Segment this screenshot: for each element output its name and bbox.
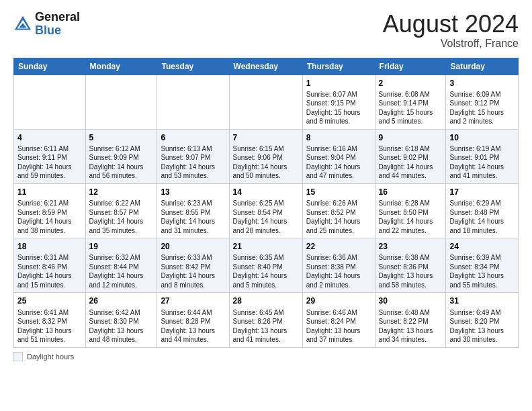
day-number: 3: [449, 78, 515, 89]
calendar-table: SundayMondayTuesdayWednesdayThursdayFrid…: [13, 58, 519, 348]
calendar-week-row: 4Sunrise: 6:11 AM Sunset: 9:11 PM Daylig…: [14, 129, 519, 183]
day-info: Sunrise: 6:44 AM Sunset: 8:28 PM Dayligh…: [161, 308, 225, 345]
day-info: Sunrise: 6:16 AM Sunset: 9:04 PM Dayligh…: [306, 144, 371, 181]
logo: General Blue: [13, 11, 80, 38]
calendar-cell: 11Sunrise: 6:21 AM Sunset: 8:59 PM Dayli…: [14, 183, 86, 238]
calendar-cell: 10Sunrise: 6:19 AM Sunset: 9:01 PM Dayli…: [446, 129, 519, 183]
day-info: Sunrise: 6:08 AM Sunset: 9:14 PM Dayligh…: [379, 90, 443, 126]
calendar-cell: 9Sunrise: 6:18 AM Sunset: 9:02 PM Daylig…: [375, 129, 446, 183]
calendar-day-header: Tuesday: [157, 58, 229, 75]
day-number: 19: [89, 241, 154, 252]
calendar-cell: 22Sunrise: 6:36 AM Sunset: 8:38 PM Dayli…: [302, 238, 375, 293]
day-info: Sunrise: 6:13 AM Sunset: 9:07 PM Dayligh…: [161, 144, 225, 181]
day-info: Sunrise: 6:36 AM Sunset: 8:38 PM Dayligh…: [306, 253, 371, 289]
day-info: Sunrise: 6:45 AM Sunset: 8:26 PM Dayligh…: [233, 308, 299, 345]
day-number: 6: [161, 132, 225, 143]
calendar-cell: 6Sunrise: 6:13 AM Sunset: 9:07 PM Daylig…: [157, 129, 229, 183]
calendar-day-header: Thursday: [302, 58, 375, 75]
day-info: Sunrise: 6:22 AM Sunset: 8:57 PM Dayligh…: [89, 199, 154, 235]
calendar-cell: 16Sunrise: 6:28 AM Sunset: 8:50 PM Dayli…: [375, 183, 446, 238]
day-number: 26: [89, 295, 154, 306]
calendar-cell: 27Sunrise: 6:44 AM Sunset: 8:28 PM Dayli…: [157, 293, 229, 347]
day-number: 28: [233, 295, 299, 306]
day-info: Sunrise: 6:21 AM Sunset: 8:59 PM Dayligh…: [17, 199, 82, 235]
calendar-cell: 23Sunrise: 6:38 AM Sunset: 8:36 PM Dayli…: [375, 238, 446, 293]
day-number: 21: [233, 241, 299, 252]
day-number: 10: [449, 132, 515, 143]
day-number: 17: [449, 187, 515, 197]
day-number: 9: [379, 132, 443, 143]
calendar-cell: 1Sunrise: 6:07 AM Sunset: 9:15 PM Daylig…: [302, 75, 375, 129]
calendar-cell: 5Sunrise: 6:12 AM Sunset: 9:09 PM Daylig…: [85, 129, 157, 183]
day-number: 31: [449, 295, 515, 306]
day-info: Sunrise: 6:09 AM Sunset: 9:12 PM Dayligh…: [449, 90, 515, 126]
day-info: Sunrise: 6:38 AM Sunset: 8:36 PM Dayligh…: [379, 253, 443, 289]
calendar-cell: 12Sunrise: 6:22 AM Sunset: 8:57 PM Dayli…: [85, 183, 157, 238]
daylight-box-icon: [13, 352, 23, 361]
day-number: 30: [379, 295, 443, 306]
calendar-cell: [85, 75, 157, 129]
page: General Blue August 2024 Volstroff, Fran…: [0, 0, 532, 368]
calendar-cell: 17Sunrise: 6:29 AM Sunset: 8:48 PM Dayli…: [446, 183, 519, 238]
calendar-cell: 20Sunrise: 6:33 AM Sunset: 8:42 PM Dayli…: [157, 238, 229, 293]
day-number: 27: [161, 295, 225, 306]
day-number: 12: [89, 187, 154, 197]
day-info: Sunrise: 6:32 AM Sunset: 8:44 PM Dayligh…: [89, 253, 154, 289]
day-number: 13: [161, 187, 225, 197]
calendar-day-header: Monday: [85, 58, 157, 75]
logo-text: General Blue: [35, 11, 80, 38]
calendar-cell: 25Sunrise: 6:41 AM Sunset: 8:32 PM Dayli…: [14, 293, 86, 347]
calendar-cell: 4Sunrise: 6:11 AM Sunset: 9:11 PM Daylig…: [14, 129, 86, 183]
day-info: Sunrise: 6:31 AM Sunset: 8:46 PM Dayligh…: [17, 253, 82, 289]
day-number: 16: [379, 187, 443, 197]
calendar-cell: 28Sunrise: 6:45 AM Sunset: 8:26 PM Dayli…: [229, 293, 302, 347]
day-info: Sunrise: 6:25 AM Sunset: 8:54 PM Dayligh…: [233, 199, 299, 235]
day-info: Sunrise: 6:19 AM Sunset: 9:01 PM Dayligh…: [449, 144, 515, 181]
calendar-week-row: 18Sunrise: 6:31 AM Sunset: 8:46 PM Dayli…: [14, 238, 519, 293]
calendar-cell: 31Sunrise: 6:49 AM Sunset: 8:20 PM Dayli…: [446, 293, 519, 347]
footer-note: Daylight hours: [13, 352, 519, 361]
calendar-day-header: Sunday: [14, 58, 86, 75]
day-info: Sunrise: 6:39 AM Sunset: 8:34 PM Dayligh…: [449, 253, 515, 289]
day-info: Sunrise: 6:28 AM Sunset: 8:50 PM Dayligh…: [379, 199, 443, 235]
calendar-cell: [229, 75, 302, 129]
day-number: 23: [379, 241, 443, 252]
calendar-cell: 26Sunrise: 6:42 AM Sunset: 8:30 PM Dayli…: [85, 293, 157, 347]
calendar-cell: [14, 75, 86, 129]
calendar-cell: 15Sunrise: 6:26 AM Sunset: 8:52 PM Dayli…: [302, 183, 375, 238]
day-number: 14: [233, 187, 299, 197]
calendar-cell: 2Sunrise: 6:08 AM Sunset: 9:14 PM Daylig…: [375, 75, 446, 129]
day-number: 22: [306, 241, 371, 252]
day-number: 11: [17, 187, 82, 197]
logo-blue: Blue: [35, 24, 80, 38]
day-info: Sunrise: 6:15 AM Sunset: 9:06 PM Dayligh…: [233, 144, 299, 181]
header: General Blue August 2024 Volstroff, Fran…: [13, 11, 519, 50]
logo-general: General: [35, 11, 80, 24]
month-title: August 2024: [383, 11, 519, 38]
day-info: Sunrise: 6:33 AM Sunset: 8:42 PM Dayligh…: [161, 253, 225, 289]
day-number: 20: [161, 241, 225, 252]
calendar-cell: 24Sunrise: 6:39 AM Sunset: 8:34 PM Dayli…: [446, 238, 519, 293]
calendar-cell: 19Sunrise: 6:32 AM Sunset: 8:44 PM Dayli…: [85, 238, 157, 293]
day-info: Sunrise: 6:41 AM Sunset: 8:32 PM Dayligh…: [17, 308, 82, 345]
day-info: Sunrise: 6:29 AM Sunset: 8:48 PM Dayligh…: [449, 199, 515, 235]
day-number: 5: [89, 132, 154, 143]
location: Volstroff, France: [383, 38, 519, 50]
day-info: Sunrise: 6:26 AM Sunset: 8:52 PM Dayligh…: [306, 199, 371, 235]
calendar-day-header: Wednesday: [229, 58, 302, 75]
calendar-week-row: 1Sunrise: 6:07 AM Sunset: 9:15 PM Daylig…: [14, 75, 519, 129]
day-number: 2: [379, 78, 443, 89]
calendar-cell: 8Sunrise: 6:16 AM Sunset: 9:04 PM Daylig…: [302, 129, 375, 183]
calendar-cell: 7Sunrise: 6:15 AM Sunset: 9:06 PM Daylig…: [229, 129, 302, 183]
day-info: Sunrise: 6:18 AM Sunset: 9:02 PM Dayligh…: [379, 144, 443, 181]
day-number: 15: [306, 187, 371, 197]
day-number: 25: [17, 295, 82, 306]
calendar-week-row: 25Sunrise: 6:41 AM Sunset: 8:32 PM Dayli…: [14, 293, 519, 347]
day-number: 1: [306, 78, 371, 89]
calendar-cell: 21Sunrise: 6:35 AM Sunset: 8:40 PM Dayli…: [229, 238, 302, 293]
day-number: 29: [306, 295, 371, 306]
day-number: 4: [17, 132, 82, 143]
day-info: Sunrise: 6:42 AM Sunset: 8:30 PM Dayligh…: [89, 308, 154, 345]
title-block: August 2024 Volstroff, France: [383, 11, 519, 50]
day-info: Sunrise: 6:23 AM Sunset: 8:55 PM Dayligh…: [161, 199, 225, 235]
